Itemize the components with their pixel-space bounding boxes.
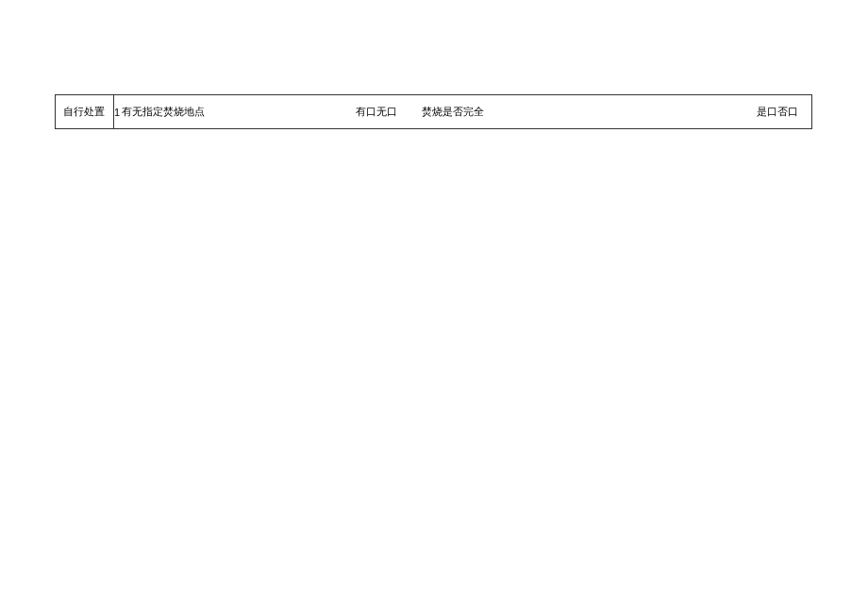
- checkbox-icon[interactable]: 口: [387, 106, 397, 117]
- opt2-no-label: 否: [777, 106, 788, 117]
- row-header-cell: 自行处置: [56, 95, 114, 129]
- options-1: 有口无口: [356, 105, 397, 119]
- options-2: 是口否口: [757, 105, 798, 119]
- checkbox-icon[interactable]: 口: [788, 106, 798, 117]
- form-table: 自行处置 1 有无指定焚烧地点 有口无口 焚烧是否完全 是口否口: [55, 94, 812, 129]
- page: 自行处置 1 有无指定焚烧地点 有口无口 焚烧是否完全 是口否口: [0, 0, 868, 614]
- opt1-yes-label: 有: [356, 106, 366, 117]
- question-2: 焚烧是否完全: [422, 105, 484, 119]
- row-content-cell: 1 有无指定焚烧地点 有口无口 焚烧是否完全 是口否口: [113, 95, 811, 129]
- checkbox-icon[interactable]: 口: [366, 106, 376, 117]
- item-index: 1: [114, 107, 120, 118]
- table-row: 自行处置 1 有无指定焚烧地点 有口无口 焚烧是否完全 是口否口: [56, 95, 812, 129]
- checkbox-icon[interactable]: 口: [767, 106, 777, 117]
- question-1: 有无指定焚烧地点: [122, 105, 205, 119]
- opt1-no-label: 无: [376, 106, 387, 117]
- row-content-inner: 1 有无指定焚烧地点 有口无口 焚烧是否完全 是口否口: [114, 105, 811, 119]
- row-header-label: 自行处置: [63, 106, 105, 117]
- opt2-yes-label: 是: [757, 106, 767, 117]
